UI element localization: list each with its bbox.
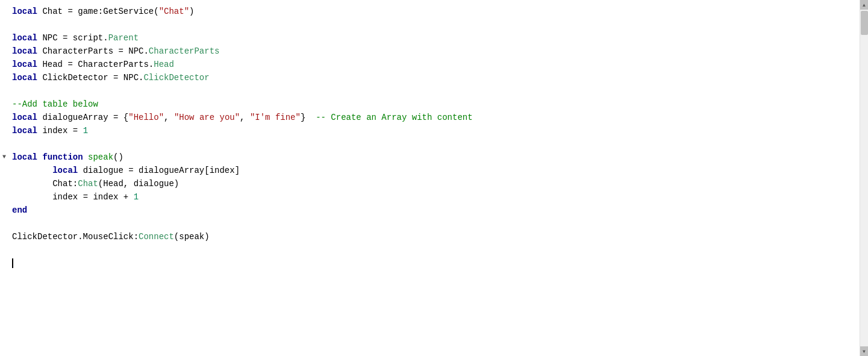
token-kw: local xyxy=(12,45,37,58)
token-plain: , xyxy=(164,111,174,124)
code-line: local index = 1 xyxy=(0,124,860,137)
token-plain: Head = CharacterParts. xyxy=(37,58,154,71)
token-kw: end xyxy=(12,204,27,217)
scroll-thumb[interactable] xyxy=(861,11,868,35)
code-line xyxy=(0,217,860,230)
token-string: "I'm fine" xyxy=(250,111,301,124)
token-string: "Hello" xyxy=(128,111,164,124)
scroll-track[interactable] xyxy=(860,10,869,346)
token-plain: (Head, dialogue) xyxy=(98,177,179,190)
code-line xyxy=(0,18,860,31)
token-plain: ) xyxy=(189,5,194,18)
code-line xyxy=(0,257,860,270)
token-prop: Connect xyxy=(139,230,174,243)
token-plain xyxy=(83,151,88,164)
token-plain: ClickDetector = NPC. xyxy=(37,71,143,84)
token-kw: function xyxy=(42,151,83,164)
token-kw: local xyxy=(52,164,78,177)
token-plain: index = xyxy=(37,124,83,137)
token-plain: } xyxy=(301,111,316,124)
token-plain: Chat = game:GetService( xyxy=(37,5,159,18)
code-line: ▼local function speak() xyxy=(0,151,860,164)
token-prop: CharacterParts xyxy=(149,45,220,58)
token-plain: , xyxy=(240,111,250,124)
code-line: Chat:Chat(Head, dialogue) xyxy=(0,177,860,190)
token-kw: local xyxy=(12,151,37,164)
token-num: 1 xyxy=(134,190,139,204)
text-cursor xyxy=(12,258,13,268)
token-comment: --Add table below xyxy=(12,98,98,111)
code-line xyxy=(0,84,860,98)
token-string: "How are you" xyxy=(174,111,240,124)
token-string: "Chat" xyxy=(159,5,189,18)
token-kw: local xyxy=(12,31,37,45)
token-plain: NPC = script. xyxy=(37,31,108,45)
code-line: index = index + 1 xyxy=(0,190,860,204)
token-prop: Chat xyxy=(78,177,98,190)
token-plain: (speak) xyxy=(174,230,210,243)
token-comment: -- Create an Array with content xyxy=(316,111,472,124)
token-kw: local xyxy=(12,58,37,71)
token-fn-name: speak xyxy=(88,151,113,164)
code-line xyxy=(0,137,860,151)
token-plain: () xyxy=(113,151,123,164)
code-line: local NPC = script.Parent xyxy=(0,31,860,45)
token-plain: ClickDetector.MouseClick: xyxy=(12,230,139,243)
scroll-up-button[interactable]: ▲ xyxy=(860,0,869,10)
vertical-scrollbar[interactable]: ▲ ▼ xyxy=(860,0,868,356)
token-kw: local xyxy=(12,71,37,84)
token-plain: dialogueArray = { xyxy=(37,111,128,124)
token-plain xyxy=(37,151,42,164)
token-prop: ClickDetector xyxy=(143,71,209,84)
code-line: --Add table below xyxy=(0,98,860,111)
token-plain: index = index + xyxy=(52,190,133,204)
token-plain: dialogue = dialogueArray[index] xyxy=(78,164,240,177)
token-prop: Parent xyxy=(108,31,139,45)
code-editor[interactable]: local Chat = game:GetService("Chat")loca… xyxy=(0,0,868,356)
code-line: end xyxy=(0,204,860,217)
token-kw: local xyxy=(12,124,37,137)
token-kw: local xyxy=(12,111,37,124)
code-line: local Chat = game:GetService("Chat") xyxy=(0,5,860,18)
fold-arrow-icon[interactable]: ▼ xyxy=(2,151,8,164)
token-plain: Chat: xyxy=(52,177,78,190)
token-kw: local xyxy=(12,5,37,18)
scroll-down-button[interactable]: ▼ xyxy=(860,346,869,356)
code-content[interactable]: local Chat = game:GetService("Chat")loca… xyxy=(0,0,860,356)
code-line: ClickDetector.MouseClick:Connect(speak) xyxy=(0,230,860,243)
token-plain: CharacterParts = NPC. xyxy=(37,45,149,58)
code-line: local dialogue = dialogueArray[index] xyxy=(0,164,860,177)
token-num: 1 xyxy=(83,124,88,137)
code-line: local CharacterParts = NPC.CharacterPart… xyxy=(0,45,860,58)
token-prop: Head xyxy=(154,58,174,71)
code-line: local dialogueArray = {"Hello", "How are… xyxy=(0,111,860,124)
code-line: local Head = CharacterParts.Head xyxy=(0,58,860,71)
code-line: local ClickDetector = NPC.ClickDetector xyxy=(0,71,860,84)
code-line xyxy=(0,243,860,257)
